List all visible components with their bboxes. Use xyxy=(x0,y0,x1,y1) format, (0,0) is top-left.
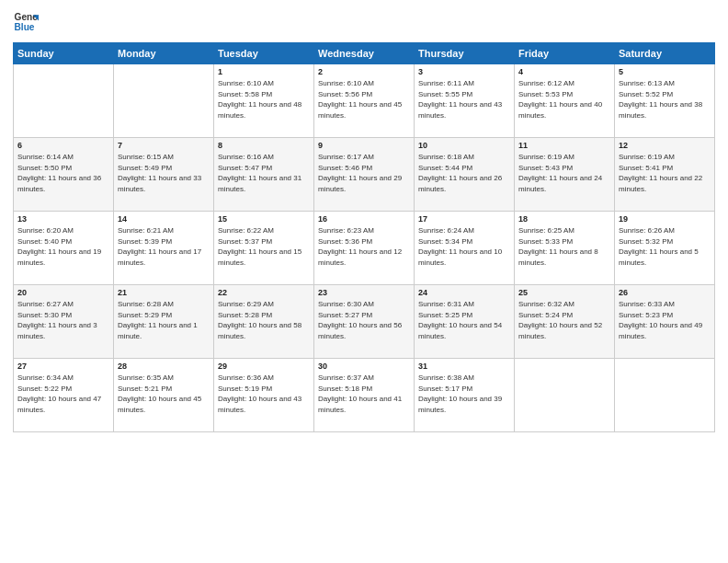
calendar-cell: 24Sunrise: 6:31 AM Sunset: 5:25 PM Dayli… xyxy=(415,285,515,359)
col-header-saturday: Saturday xyxy=(615,43,715,64)
calendar-cell: 9Sunrise: 6:17 AM Sunset: 5:46 PM Daylig… xyxy=(314,138,415,212)
day-info: Sunrise: 6:28 AM Sunset: 5:29 PM Dayligh… xyxy=(118,299,210,341)
day-info: Sunrise: 6:35 AM Sunset: 5:21 PM Dayligh… xyxy=(118,373,210,415)
calendar-cell: 29Sunrise: 6:36 AM Sunset: 5:19 PM Dayli… xyxy=(214,359,314,432)
day-number: 10 xyxy=(418,141,510,150)
calendar-cell: 26Sunrise: 6:33 AM Sunset: 5:23 PM Dayli… xyxy=(615,285,715,359)
calendar-cell: 27Sunrise: 6:34 AM Sunset: 5:22 PM Dayli… xyxy=(14,359,114,432)
calendar-cell: 20Sunrise: 6:27 AM Sunset: 5:30 PM Dayli… xyxy=(14,285,114,359)
day-number: 22 xyxy=(218,288,310,297)
day-info: Sunrise: 6:21 AM Sunset: 5:39 PM Dayligh… xyxy=(118,225,210,268)
day-number: 27 xyxy=(17,362,109,371)
day-number: 29 xyxy=(218,362,310,371)
calendar-cell: 15Sunrise: 6:22 AM Sunset: 5:37 PM Dayli… xyxy=(214,212,314,285)
calendar-cell: 16Sunrise: 6:23 AM Sunset: 5:36 PM Dayli… xyxy=(314,212,415,285)
day-info: Sunrise: 6:34 AM Sunset: 5:22 PM Dayligh… xyxy=(17,373,109,415)
day-info: Sunrise: 6:19 AM Sunset: 5:41 PM Dayligh… xyxy=(619,152,711,194)
calendar-cell: 17Sunrise: 6:24 AM Sunset: 5:34 PM Dayli… xyxy=(415,212,515,285)
calendar-cell: 6Sunrise: 6:14 AM Sunset: 5:50 PM Daylig… xyxy=(14,138,114,212)
col-header-friday: Friday xyxy=(515,43,615,64)
day-info: Sunrise: 6:10 AM Sunset: 5:58 PM Dayligh… xyxy=(218,78,310,121)
day-number: 31 xyxy=(418,362,510,371)
calendar-cell: 5Sunrise: 6:13 AM Sunset: 5:52 PM Daylig… xyxy=(615,64,715,138)
calendar-cell: 23Sunrise: 6:30 AM Sunset: 5:27 PM Dayli… xyxy=(314,285,415,359)
day-number: 14 xyxy=(118,214,210,224)
page: General Blue SundayMondayTuesdayWednesda… xyxy=(0,0,728,563)
calendar-table: SundayMondayTuesdayWednesdayThursdayFrid… xyxy=(13,42,715,432)
day-number: 20 xyxy=(17,288,109,297)
day-info: Sunrise: 6:19 AM Sunset: 5:43 PM Dayligh… xyxy=(518,152,610,194)
day-info: Sunrise: 6:29 AM Sunset: 5:28 PM Dayligh… xyxy=(218,299,310,341)
day-info: Sunrise: 6:37 AM Sunset: 5:18 PM Dayligh… xyxy=(318,373,410,415)
day-number: 19 xyxy=(619,214,711,224)
day-number: 23 xyxy=(318,288,410,297)
calendar-cell: 19Sunrise: 6:26 AM Sunset: 5:32 PM Dayli… xyxy=(615,212,715,285)
day-number: 26 xyxy=(619,288,711,297)
calendar-cell: 14Sunrise: 6:21 AM Sunset: 5:39 PM Dayli… xyxy=(114,212,214,285)
calendar-cell: 22Sunrise: 6:29 AM Sunset: 5:28 PM Dayli… xyxy=(214,285,314,359)
day-info: Sunrise: 6:36 AM Sunset: 5:19 PM Dayligh… xyxy=(218,373,310,415)
logo-icon: General Blue xyxy=(13,9,39,35)
calendar-cell: 12Sunrise: 6:19 AM Sunset: 5:41 PM Dayli… xyxy=(615,138,715,212)
day-number: 17 xyxy=(418,214,510,224)
day-number: 21 xyxy=(118,288,210,297)
calendar-cell xyxy=(515,359,615,432)
calendar-cell: 28Sunrise: 6:35 AM Sunset: 5:21 PM Dayli… xyxy=(114,359,214,432)
day-info: Sunrise: 6:27 AM Sunset: 5:30 PM Dayligh… xyxy=(17,299,109,341)
day-info: Sunrise: 6:15 AM Sunset: 5:49 PM Dayligh… xyxy=(118,152,210,194)
col-header-monday: Monday xyxy=(114,43,214,64)
day-info: Sunrise: 6:32 AM Sunset: 5:24 PM Dayligh… xyxy=(518,299,610,341)
day-info: Sunrise: 6:24 AM Sunset: 5:34 PM Dayligh… xyxy=(418,225,510,268)
day-info: Sunrise: 6:30 AM Sunset: 5:27 PM Dayligh… xyxy=(318,299,410,341)
week-row-3: 13Sunrise: 6:20 AM Sunset: 5:40 PM Dayli… xyxy=(14,212,715,285)
day-number: 16 xyxy=(318,214,410,224)
col-header-wednesday: Wednesday xyxy=(314,43,415,64)
day-number: 12 xyxy=(619,141,711,150)
calendar-cell: 30Sunrise: 6:37 AM Sunset: 5:18 PM Dayli… xyxy=(314,359,415,432)
day-number: 3 xyxy=(418,67,510,76)
day-info: Sunrise: 6:11 AM Sunset: 5:55 PM Dayligh… xyxy=(418,78,510,121)
col-header-thursday: Thursday xyxy=(415,43,515,64)
day-number: 13 xyxy=(17,214,109,224)
calendar-cell: 8Sunrise: 6:16 AM Sunset: 5:47 PM Daylig… xyxy=(214,138,314,212)
calendar-cell: 18Sunrise: 6:25 AM Sunset: 5:33 PM Dayli… xyxy=(515,212,615,285)
day-info: Sunrise: 6:13 AM Sunset: 5:52 PM Dayligh… xyxy=(619,78,711,121)
calendar-cell xyxy=(615,359,715,432)
week-row-4: 20Sunrise: 6:27 AM Sunset: 5:30 PM Dayli… xyxy=(14,285,715,359)
col-header-sunday: Sunday xyxy=(14,43,114,64)
day-info: Sunrise: 6:12 AM Sunset: 5:53 PM Dayligh… xyxy=(518,78,610,121)
day-info: Sunrise: 6:33 AM Sunset: 5:23 PM Dayligh… xyxy=(619,299,711,341)
calendar-cell: 10Sunrise: 6:18 AM Sunset: 5:44 PM Dayli… xyxy=(415,138,515,212)
day-number: 2 xyxy=(318,67,410,76)
svg-text:General: General xyxy=(15,12,39,22)
calendar-cell: 21Sunrise: 6:28 AM Sunset: 5:29 PM Dayli… xyxy=(114,285,214,359)
day-number: 11 xyxy=(518,141,610,150)
day-info: Sunrise: 6:26 AM Sunset: 5:32 PM Dayligh… xyxy=(619,225,711,268)
day-info: Sunrise: 6:10 AM Sunset: 5:56 PM Dayligh… xyxy=(318,78,410,121)
day-info: Sunrise: 6:23 AM Sunset: 5:36 PM Dayligh… xyxy=(318,225,410,268)
day-info: Sunrise: 6:14 AM Sunset: 5:50 PM Dayligh… xyxy=(17,152,109,194)
calendar-cell: 1Sunrise: 6:10 AM Sunset: 5:58 PM Daylig… xyxy=(214,64,314,138)
day-info: Sunrise: 6:25 AM Sunset: 5:33 PM Dayligh… xyxy=(518,225,610,268)
day-number: 7 xyxy=(118,141,210,150)
week-row-5: 27Sunrise: 6:34 AM Sunset: 5:22 PM Dayli… xyxy=(14,359,715,432)
day-number: 5 xyxy=(619,67,711,76)
calendar-cell: 25Sunrise: 6:32 AM Sunset: 5:24 PM Dayli… xyxy=(515,285,615,359)
day-number: 30 xyxy=(318,362,410,371)
day-number: 4 xyxy=(518,67,610,76)
calendar-cell: 7Sunrise: 6:15 AM Sunset: 5:49 PM Daylig… xyxy=(114,138,214,212)
calendar-cell: 11Sunrise: 6:19 AM Sunset: 5:43 PM Dayli… xyxy=(515,138,615,212)
day-number: 8 xyxy=(218,141,310,150)
svg-text:Blue: Blue xyxy=(15,22,35,32)
calendar-cell: 13Sunrise: 6:20 AM Sunset: 5:40 PM Dayli… xyxy=(14,212,114,285)
day-info: Sunrise: 6:17 AM Sunset: 5:46 PM Dayligh… xyxy=(318,152,410,194)
header-row: SundayMondayTuesdayWednesdayThursdayFrid… xyxy=(14,43,715,64)
logo: General Blue xyxy=(13,9,44,35)
calendar-cell: 3Sunrise: 6:11 AM Sunset: 5:55 PM Daylig… xyxy=(415,64,515,138)
header: General Blue xyxy=(13,9,715,35)
day-number: 24 xyxy=(418,288,510,297)
day-info: Sunrise: 6:22 AM Sunset: 5:37 PM Dayligh… xyxy=(218,225,310,268)
day-info: Sunrise: 6:38 AM Sunset: 5:17 PM Dayligh… xyxy=(418,373,510,415)
day-number: 25 xyxy=(518,288,610,297)
day-number: 18 xyxy=(518,214,610,224)
